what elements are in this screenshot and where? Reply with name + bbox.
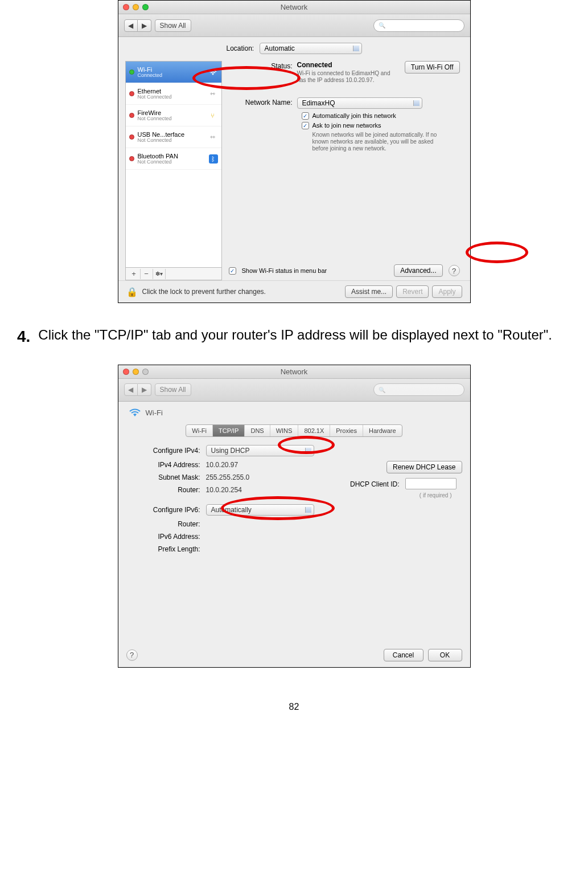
wifi-icon: [208, 68, 218, 76]
show-all-button: Show All: [155, 383, 191, 396]
sidebar-item-name: Bluetooth PAN: [138, 153, 178, 160]
location-value: Automatic: [265, 44, 295, 52]
forward-button: ▶: [138, 383, 151, 396]
lock-text: Click the lock to prevent further change…: [142, 288, 266, 296]
sidebar-item-usb[interactable]: USB Ne...terface Not Connected ⇿: [126, 126, 221, 148]
status-dot-icon: [129, 70, 134, 75]
configure-ipv4-label: Configure IPv4:: [126, 447, 206, 455]
show-status-checkbox[interactable]: ✓: [229, 267, 236, 275]
sidebar-item-sub: Not Connected: [138, 95, 172, 100]
tab-8021x[interactable]: 802.1X: [298, 425, 330, 436]
sidebar-item-firewire[interactable]: FireWire Not Connected ⑂: [126, 105, 221, 126]
location-row: Location: Automatic: [118, 37, 470, 58]
location-dropdown[interactable]: Automatic: [260, 43, 362, 54]
sidebar-item-name: FireWire: [138, 109, 172, 116]
ipv6-address-label: IPv6 Address:: [126, 533, 206, 541]
wifi-header: Wi-Fi: [126, 407, 462, 419]
status-dot-icon: [129, 91, 134, 96]
advanced-button[interactable]: Advanced...: [394, 264, 442, 277]
network-name-dropdown[interactable]: EdimaxHQ: [297, 97, 422, 109]
highlight-ring-advanced: [466, 242, 528, 263]
tab-wifi[interactable]: Wi-Fi: [186, 425, 213, 436]
wifi-header-label: Wi-Fi: [146, 408, 163, 417]
ask-join-sublabel: Known networks will be joined automatica…: [312, 132, 449, 152]
lock-icon[interactable]: 🔒: [126, 287, 138, 297]
sidebar-item-name: Wi-Fi: [138, 66, 163, 73]
prefs-toolbar: ◀ ▶ Show All 🔍: [118, 14, 470, 37]
configure-ipv6-value: Automatically: [211, 506, 252, 514]
sidebar-item-sub: Not Connected: [138, 138, 185, 144]
configure-ipv4-dropdown[interactable]: Using DHCP: [206, 445, 314, 456]
ethernet-icon: ⇿: [208, 90, 218, 98]
dhcp-client-id-label: DHCP Client ID:: [348, 480, 405, 488]
configure-ipv6-dropdown[interactable]: Automatically: [206, 504, 314, 516]
search-icon: 🔍: [379, 387, 385, 393]
gear-menu-button[interactable]: ✽▾: [153, 269, 166, 279]
sidebar-item-bluetooth[interactable]: Bluetooth PAN Not Connected ᛒ: [126, 148, 221, 170]
window-title: Network: [118, 3, 470, 11]
forward-button[interactable]: ▶: [138, 19, 151, 32]
ethernet-icon: ⇿: [208, 133, 218, 141]
status-dot-icon: [129, 113, 134, 118]
status-value: Connected: [297, 61, 398, 69]
ipv4-address-value: 10.0.20.97: [206, 461, 337, 469]
sidebar-item-wifi[interactable]: Wi-Fi Connected: [126, 62, 221, 83]
status-label: Status:: [229, 61, 297, 84]
tab-wins[interactable]: WINS: [270, 425, 299, 436]
search-field[interactable]: 🔍: [373, 19, 464, 32]
search-icon: 🔍: [379, 22, 385, 28]
cancel-button[interactable]: Cancel: [384, 649, 423, 661]
nav-arrows: ◀ ▶: [124, 383, 151, 396]
subnet-mask-label: Subnet Mask:: [126, 473, 206, 481]
subnet-mask-value: 255.255.255.0: [206, 473, 337, 481]
apply-button[interactable]: Apply: [432, 285, 462, 298]
renew-dhcp-button[interactable]: Renew DHCP Lease: [386, 461, 462, 473]
location-label: Location:: [226, 44, 254, 52]
search-field: 🔍: [373, 383, 464, 396]
sidebar-item-ethernet[interactable]: Ethernet Not Connected ⇿: [126, 83, 221, 105]
tabs: Wi-Fi TCP/IP DNS WINS 802.1X Proxies Har…: [186, 424, 402, 437]
network-prefs-screenshot-2: Network ◀ ▶ Show All 🔍 Wi-Fi Wi-Fi: [118, 365, 471, 668]
router-label: Router:: [126, 486, 206, 494]
assist-me-button[interactable]: Assist me...: [345, 285, 393, 298]
wifi-icon: [129, 407, 141, 419]
bluetooth-icon: ᛒ: [209, 154, 218, 164]
revert-button[interactable]: Revert: [396, 285, 429, 298]
ok-button[interactable]: OK: [428, 649, 462, 661]
sidebar-item-name: USB Ne...terface: [138, 131, 185, 138]
nav-arrows: ◀ ▶: [124, 19, 151, 32]
add-interface-button[interactable]: +: [128, 269, 141, 279]
back-button: ◀: [124, 383, 138, 396]
sidebar-item-sub: Not Connected: [138, 160, 178, 165]
help-button[interactable]: ?: [449, 265, 460, 276]
tab-tcpip[interactable]: TCP/IP: [213, 425, 245, 436]
remove-interface-button[interactable]: −: [141, 269, 153, 279]
ipv4-address-label: IPv4 Address:: [126, 461, 206, 469]
dhcp-client-id-input[interactable]: [405, 478, 457, 489]
back-button[interactable]: ◀: [124, 19, 138, 32]
auto-join-label: Automatically join this network: [312, 112, 396, 119]
dhcp-client-id-hint: ( if required ): [348, 492, 462, 498]
configure-ipv6-label: Configure IPv6:: [126, 506, 206, 514]
firewire-icon: ⑂: [208, 112, 218, 120]
status-dot-icon: [129, 134, 134, 140]
show-status-label: Show Wi-Fi status in menu bar: [242, 267, 327, 274]
sidebar-footer: + − ✽▾: [126, 267, 221, 280]
interfaces-sidebar: Wi-Fi Connected Ethernet Not Conne: [125, 61, 222, 280]
tab-dns[interactable]: DNS: [245, 425, 270, 436]
sidebar-item-name: Ethernet: [138, 88, 172, 95]
tab-hardware[interactable]: Hardware: [363, 425, 402, 436]
show-all-button[interactable]: Show All: [155, 19, 191, 32]
page-number: 82: [0, 702, 588, 712]
ask-join-checkbox[interactable]: ✓: [302, 122, 309, 129]
tab-proxies[interactable]: Proxies: [330, 425, 363, 436]
sidebar-item-sub: Not Connected: [138, 116, 172, 122]
network-prefs-screenshot-1: Network ◀ ▶ Show All 🔍 Location: Automat…: [118, 0, 471, 303]
turn-wifi-off-button[interactable]: Turn Wi-Fi Off: [405, 61, 460, 73]
prefs-toolbar: ◀ ▶ Show All 🔍: [118, 379, 470, 402]
auto-join-checkbox[interactable]: ✓: [302, 112, 309, 120]
help-button[interactable]: ?: [126, 649, 138, 661]
ask-join-label: Ask to join new networks: [312, 122, 381, 129]
window-titlebar: Network: [118, 1, 470, 14]
router-value: 10.0.20.254: [206, 486, 337, 494]
